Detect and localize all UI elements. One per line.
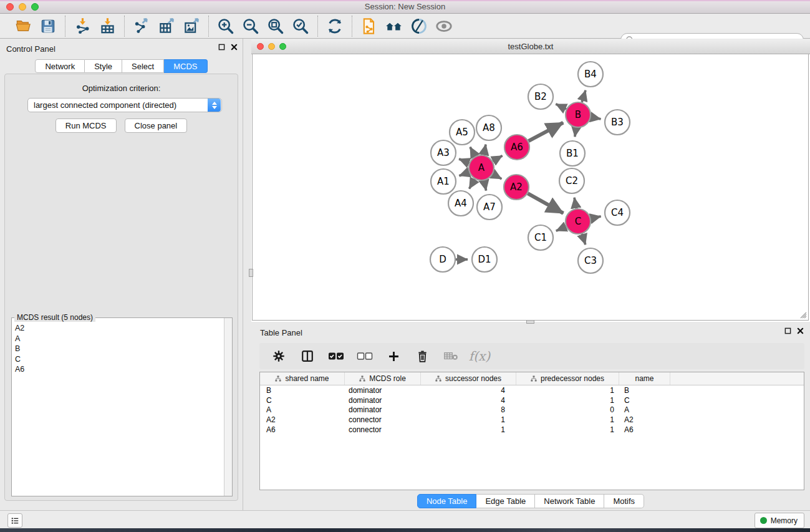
close-panel-icon[interactable] xyxy=(797,327,804,334)
graph-node-B3[interactable]: B3 xyxy=(605,110,630,135)
table-row[interactable]: A2connector11A2 xyxy=(260,415,804,425)
table-cell[interactable]: connector xyxy=(345,425,421,434)
unselect-all-columns-button[interactable] xyxy=(355,347,374,365)
table-cell[interactable]: 8 xyxy=(421,405,516,414)
graph-node-B4[interactable]: B4 xyxy=(578,62,603,87)
graph-edge[interactable] xyxy=(470,179,475,188)
table-cell[interactable]: 1 xyxy=(516,415,619,424)
graph-node-A3[interactable]: A3 xyxy=(431,140,456,165)
run-mcds-button[interactable]: Run MCDS xyxy=(55,118,117,133)
column-header-shared-name[interactable]: shared name xyxy=(260,372,345,385)
table-cell[interactable]: dominator xyxy=(345,405,421,414)
graphics-details-button[interactable] xyxy=(408,16,430,37)
graph-edge[interactable] xyxy=(493,156,502,162)
graph-node-A[interactable]: A xyxy=(469,155,494,180)
graph-edge[interactable] xyxy=(575,128,576,137)
tab-node-table[interactable]: Node Table xyxy=(417,494,477,508)
graph-node-D1[interactable]: D1 xyxy=(472,247,497,272)
table-cell[interactable]: A2 xyxy=(619,415,634,424)
splitter-grip-horizontal[interactable] xyxy=(526,320,534,324)
graph-node-A5[interactable]: A5 xyxy=(450,120,475,145)
graph-edge[interactable] xyxy=(591,117,601,119)
table-cell[interactable]: C xyxy=(260,396,345,405)
splitter-grip-vertical[interactable] xyxy=(249,269,253,277)
graph-edge[interactable] xyxy=(591,216,600,219)
table-cell[interactable]: 4 xyxy=(421,396,516,405)
apply-layout-button[interactable] xyxy=(324,16,345,37)
table-cell[interactable]: A xyxy=(260,405,345,414)
tab-network-table[interactable]: Network Table xyxy=(535,494,604,508)
column-header-predecessor-nodes[interactable]: predecessor nodes xyxy=(516,372,619,385)
column-header-successor-nodes[interactable]: successor nodes xyxy=(421,372,516,385)
table-cell[interactable]: B xyxy=(619,386,629,395)
table-cell[interactable]: 1 xyxy=(421,425,516,434)
graph-node-C2[interactable]: C2 xyxy=(559,168,584,193)
zoom-fit-button[interactable] xyxy=(265,16,286,37)
table-cell[interactable]: connector xyxy=(345,415,421,424)
function-builder-button[interactable]: f(x) xyxy=(470,347,489,365)
export-network-button[interactable] xyxy=(131,16,152,37)
close-panel-button[interactable]: Close panel xyxy=(125,118,188,133)
graph-edge[interactable] xyxy=(529,123,564,142)
graph-edge[interactable] xyxy=(556,104,566,109)
tab-network[interactable]: Network xyxy=(35,59,85,73)
show-task-history-button[interactable] xyxy=(7,513,22,528)
network-canvas[interactable]: AA1A2A3A4A5A6A7A8BB1B2B3B4CC1C2C3C4DD1 xyxy=(252,54,809,321)
graph-edge[interactable] xyxy=(459,159,469,163)
table-row[interactable]: Bdominator41B xyxy=(260,385,804,395)
mcds-result-item[interactable]: A6 xyxy=(12,364,223,375)
tab-style[interactable]: Style xyxy=(85,59,122,73)
graph-edge[interactable] xyxy=(582,90,586,102)
close-panel-icon[interactable] xyxy=(231,44,238,51)
graph-edge[interactable] xyxy=(470,147,475,157)
graph-node-A6[interactable]: A6 xyxy=(504,135,529,160)
float-panel-icon[interactable] xyxy=(784,327,791,334)
table-cell[interactable]: A xyxy=(619,405,629,414)
table-cell[interactable]: 1 xyxy=(421,415,516,424)
tab-select[interactable]: Select xyxy=(122,59,164,73)
table-cell[interactable]: C xyxy=(619,396,630,405)
level-of-detail-button[interactable] xyxy=(433,16,455,37)
open-session-button[interactable] xyxy=(12,16,34,37)
export-table-button[interactable] xyxy=(156,16,177,37)
export-image-button[interactable] xyxy=(181,16,202,37)
mcds-result-item[interactable]: A xyxy=(12,334,223,344)
table-cell[interactable]: 0 xyxy=(516,405,619,414)
mcds-result-item[interactable]: B xyxy=(12,344,223,354)
graph-edge[interactable] xyxy=(528,193,563,213)
graph-node-C1[interactable]: C1 xyxy=(528,225,553,250)
node-table[interactable]: shared name MCDS role successor nodes pr… xyxy=(259,372,804,490)
table-cell[interactable]: 1 xyxy=(516,396,619,405)
resize-grip-icon[interactable] xyxy=(797,310,807,319)
graph-node-A8[interactable]: A8 xyxy=(476,115,501,140)
network-from-selection-button[interactable] xyxy=(359,16,380,37)
zoom-selected-button[interactable] xyxy=(290,16,311,37)
table-cell[interactable]: B xyxy=(260,386,345,395)
import-table-button[interactable] xyxy=(97,16,118,37)
column-header-mcds-role[interactable]: MCDS role xyxy=(345,372,421,385)
table-cell[interactable]: dominator xyxy=(345,396,421,405)
table-cell[interactable]: 4 xyxy=(421,386,516,395)
graph-edge[interactable] xyxy=(582,234,585,244)
graph-edge[interactable] xyxy=(556,226,566,231)
graph-node-A1[interactable]: A1 xyxy=(431,169,456,194)
graph-node-B[interactable]: B xyxy=(566,102,591,127)
mcds-result-list[interactable]: A2ABCA6 xyxy=(12,323,223,495)
graph-node-A2[interactable]: A2 xyxy=(504,175,529,200)
table-options-button[interactable] xyxy=(269,347,288,365)
float-panel-icon[interactable] xyxy=(218,44,225,51)
tab-mcds[interactable]: MCDS xyxy=(164,59,207,73)
table-cell[interactable]: dominator xyxy=(345,386,421,395)
create-column-button[interactable] xyxy=(384,347,403,365)
graph-node-D[interactable]: D xyxy=(430,247,455,272)
table-row[interactable]: A6connector11A6 xyxy=(260,425,804,435)
graph-node-A4[interactable]: A4 xyxy=(448,191,473,216)
memory-button[interactable]: Memory xyxy=(755,513,804,528)
table-cell[interactable]: 1 xyxy=(516,425,619,434)
network-window-title-bar[interactable]: testGlobe.txt xyxy=(251,39,810,54)
save-session-button[interactable] xyxy=(37,16,59,37)
graph-node-C4[interactable]: C4 xyxy=(605,200,630,225)
graph-edge[interactable] xyxy=(459,172,469,176)
show-column-button[interactable] xyxy=(298,347,317,365)
delete-column-button[interactable] xyxy=(413,347,432,365)
